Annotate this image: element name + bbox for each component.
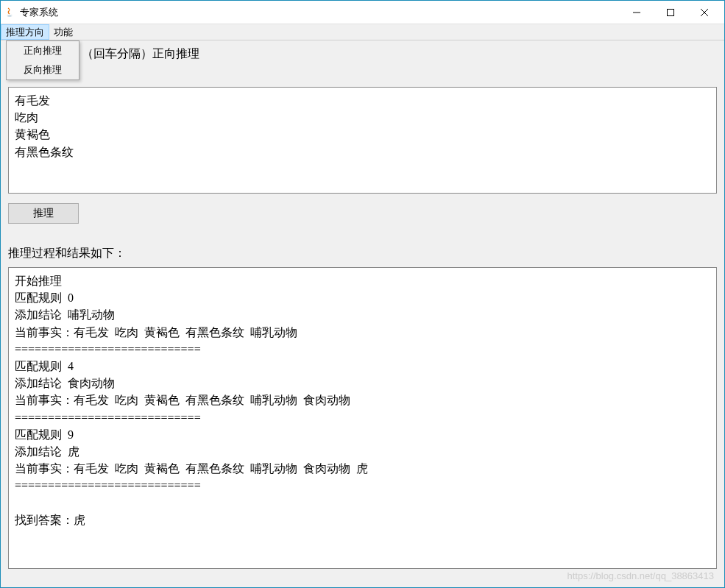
menu-function[interactable]: 功能 (49, 24, 77, 40)
input-label: （回车分隔）正向推理 (8, 46, 717, 62)
java-app-icon (4, 7, 15, 18)
result-output[interactable]: 开始推理 匹配规则 0 添加结论 哺乳动物 当前事实：有毛发 吃肉 黄褐色 有黑… (8, 267, 717, 569)
window-controls (620, 1, 721, 24)
maximize-button[interactable] (654, 1, 687, 24)
svg-rect-1 (668, 9, 674, 15)
result-label: 推理过程和结果如下： (8, 246, 717, 261)
reason-button[interactable]: 推理 (8, 203, 79, 224)
menubar: 推理方向 功能 正向推理 反向推理 (1, 24, 724, 40)
dropdown-reasoning-direction: 正向推理 反向推理 (6, 40, 79, 80)
close-button[interactable] (687, 1, 721, 24)
content-area: （回车分隔）正向推理 推理 推理过程和结果如下： 开始推理 匹配规则 0 添加结… (1, 40, 724, 587)
titlebar: 专家系统 (1, 1, 724, 24)
menu-reasoning-direction[interactable]: 推理方向 (1, 24, 49, 40)
dropdown-forward-reasoning[interactable]: 正向推理 (7, 41, 79, 60)
watermark: https://blog.csdn.net/qq_38863413 (567, 570, 715, 581)
facts-input[interactable] (8, 87, 717, 194)
window-title: 专家系统 (20, 6, 620, 19)
minimize-button[interactable] (620, 1, 654, 24)
dropdown-backward-reasoning[interactable]: 反向推理 (7, 60, 79, 79)
